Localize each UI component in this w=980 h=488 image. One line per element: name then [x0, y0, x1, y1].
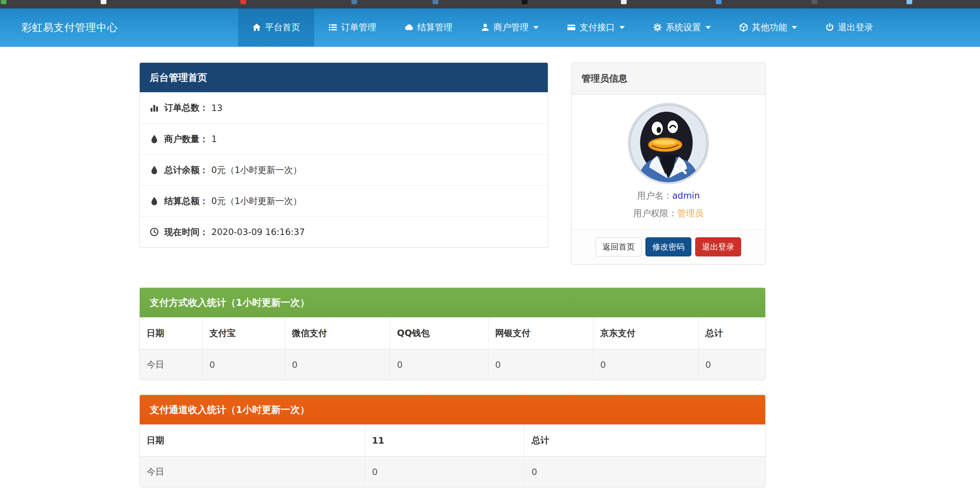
nav-item-system-settings[interactable]: 系统设置 [639, 8, 725, 46]
table-row: 今日00 [140, 457, 765, 487]
nav-item-label: 结算管理 [417, 21, 452, 33]
system-bar [0, 0, 980, 8]
main-content: 后台管理首页 订单总数：13商户数量：1总计余额：0元（1小时更新一次）结算总额… [139, 62, 766, 487]
taskbar-icon[interactable] [351, 0, 357, 4]
column-header: 日期 [140, 317, 202, 349]
taskbar-icon[interactable] [621, 0, 627, 4]
taskbar-icon[interactable] [240, 0, 246, 4]
nav-item-merchant-management[interactable]: 商户管理 [467, 8, 553, 46]
nav-item-other-functions[interactable]: 其他功能 [725, 8, 811, 46]
payment-channel-table: 日期11总计今日00 [140, 424, 765, 487]
table-header-row: 日期11总计 [140, 424, 765, 457]
column-header: 总计 [698, 317, 765, 349]
qq-avatar [628, 103, 709, 184]
dashboard-stat-row: 订单总数：13 [140, 92, 548, 123]
admin-body: 用户名：admin 用户权限：管理员 [572, 95, 765, 229]
payment-channel-panel: 支付通道收入统计（1小时更新一次） 日期11总计今日00 [139, 395, 766, 487]
payment-method-title: 支付方式收入统计（1小时更新一次） [140, 288, 765, 317]
caret-down-icon [706, 26, 711, 29]
return-home-button[interactable]: 返回首页 [596, 237, 642, 256]
nav-item-label: 平台首页 [265, 21, 300, 33]
dashboard-list: 订单总数：13商户数量：1总计余额：0元（1小时更新一次）结算总额：0元（1小时… [140, 92, 548, 247]
dashboard-stat-row: 总计余额：0元（1小时更新一次） [140, 154, 548, 185]
username-label: 用户名： [637, 191, 672, 201]
stat-value: 0元（1小时更新一次） [211, 195, 302, 207]
table-cell: 0 [202, 349, 285, 380]
dashboard-panel: 后台管理首页 订单总数：13商户数量：1总计余额：0元（1小时更新一次）结算总额… [139, 62, 548, 248]
taskbar-icon[interactable] [716, 0, 722, 4]
dashboard-panel-title: 后台管理首页 [140, 63, 548, 92]
table-cell: 今日 [140, 349, 202, 380]
username-row: 用户名：admin [572, 190, 765, 202]
droplet-icon [150, 196, 159, 206]
admin-footer: 返回首页修改密码退出登录 [572, 229, 765, 264]
stat-value: 2020-03-09 16:16:37 [211, 227, 305, 237]
change-password-button[interactable]: 修改密码 [645, 237, 691, 256]
taskbar-icon[interactable] [906, 0, 912, 4]
bar-chart-icon [150, 103, 159, 113]
dashboard-stat-row: 结算总额：0元（1小时更新一次） [140, 185, 548, 216]
user-icon [481, 23, 490, 32]
nav-item-order-management[interactable]: 订单管理 [314, 8, 390, 46]
nav-item-logout[interactable]: 退出登录 [811, 8, 887, 46]
brand-title: 彩虹易支付管理中心 [21, 8, 118, 46]
taskbar-icon[interactable] [1, 0, 7, 4]
stat-value: 1 [211, 134, 217, 144]
droplet-icon [150, 134, 159, 144]
cloud-icon [405, 23, 413, 32]
column-header: 总计 [524, 424, 765, 457]
nav-item-label: 支付接口 [580, 21, 615, 33]
column-header: 日期 [140, 424, 365, 457]
payment-method-table: 日期支付宝微信支付QQ钱包网银支付京东支付总计今日000000 [140, 317, 765, 380]
stat-value: 13 [211, 103, 222, 113]
stat-label: 总计余额： [164, 164, 208, 176]
admin-panel-title: 管理员信息 [572, 63, 765, 95]
column-header: 网银支付 [488, 317, 593, 349]
logout-button[interactable]: 退出登录 [695, 237, 741, 256]
table-cell: 0 [524, 457, 765, 487]
nav-item-label: 订单管理 [341, 21, 376, 33]
username-link[interactable]: admin [672, 191, 700, 201]
payment-channel-title: 支付通道收入统计（1小时更新一次） [140, 395, 765, 424]
stat-label: 商户数量： [164, 133, 208, 145]
table-cell: 0 [698, 349, 765, 380]
admin-panel: 管理员信息 [571, 62, 766, 264]
stat-value: 0元（1小时更新一次） [211, 164, 302, 176]
table-cell: 0 [390, 349, 488, 380]
gear-icon [653, 23, 662, 32]
dashboard-stat-row: 现在时间：2020-03-09 16:16:37 [140, 216, 548, 247]
nav-item-label: 退出登录 [838, 21, 873, 33]
table-cell: 今日 [140, 457, 365, 487]
clock-icon [150, 227, 159, 237]
table-row: 今日000000 [140, 349, 765, 380]
taskbar-icon[interactable] [522, 0, 528, 4]
stat-label: 结算总额： [164, 195, 208, 207]
droplet-icon [150, 165, 159, 175]
taskbar-icon[interactable] [433, 0, 438, 4]
navbar-menu: 平台首页订单管理结算管理商户管理支付接口系统设置其他功能退出登录 [238, 8, 887, 46]
taskbar-icon[interactable] [101, 0, 106, 4]
column-header: 支付宝 [202, 317, 285, 349]
stat-label: 订单总数： [164, 102, 208, 114]
role-label: 用户权限： [633, 208, 677, 218]
column-header: QQ钱包 [390, 317, 488, 349]
nav-item-platform-home[interactable]: 平台首页 [238, 8, 314, 46]
nav-item-label: 其他功能 [752, 21, 787, 33]
caret-down-icon [619, 26, 625, 29]
caret-down-icon [792, 26, 797, 29]
caret-down-icon [533, 26, 539, 29]
table-cell: 0 [285, 349, 390, 380]
column-header: 微信支付 [285, 317, 390, 349]
column-header: 京东支付 [593, 317, 699, 349]
table-cell: 0 [593, 349, 699, 380]
cube-icon [739, 23, 748, 32]
table-cell: 0 [488, 349, 593, 380]
stat-label: 现在时间： [164, 226, 208, 238]
power-icon [825, 23, 834, 32]
dashboard-stat-row: 商户数量：1 [140, 123, 548, 154]
nav-item-label: 系统设置 [666, 21, 701, 33]
table-cell: 0 [365, 457, 524, 487]
taskbar-icon[interactable] [812, 0, 817, 4]
nav-item-settlement-management[interactable]: 结算管理 [390, 8, 467, 46]
nav-item-payment-interface[interactable]: 支付接口 [553, 8, 639, 46]
